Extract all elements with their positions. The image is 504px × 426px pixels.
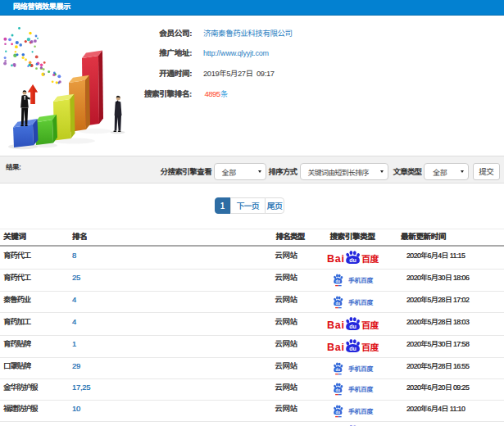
- svg-text:du: du: [335, 301, 340, 306]
- svg-text:du: du: [335, 368, 340, 372]
- svg-text:du: du: [349, 346, 356, 351]
- svg-text:Bai: Bai: [327, 342, 345, 353]
- svg-text:手机百度: 手机百度: [348, 384, 373, 393]
- svg-text:手机百度: 手机百度: [348, 297, 373, 306]
- svg-text:百度: 百度: [361, 340, 379, 353]
- svg-text:百度: 百度: [361, 317, 379, 330]
- svg-text:手机百度: 手机百度: [348, 274, 373, 283]
- svg-text:百度: 百度: [361, 252, 379, 265]
- svg-text:du: du: [349, 257, 356, 263]
- svg-text:du: du: [335, 410, 340, 415]
- svg-text:Bai: Bai: [327, 253, 345, 265]
- svg-text:du: du: [335, 279, 340, 283]
- svg-text:du: du: [349, 324, 356, 329]
- svg-text:du: du: [335, 388, 340, 392]
- svg-text:手机百度: 手机百度: [348, 406, 373, 415]
- svg-text:手机百度: 手机百度: [348, 363, 373, 372]
- svg-text:Bai: Bai: [327, 319, 345, 330]
